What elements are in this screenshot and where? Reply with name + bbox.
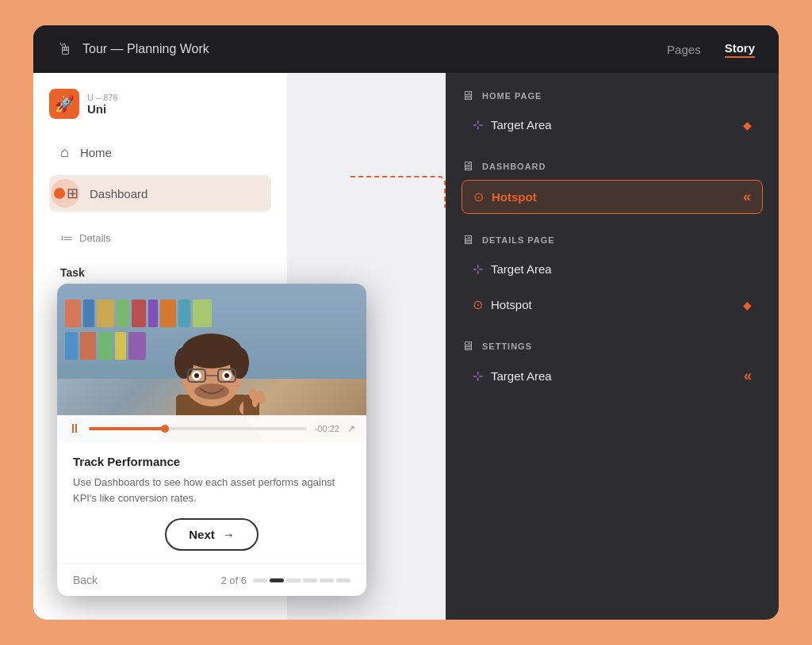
settings-page-label: SETTINGS (482, 342, 532, 351)
svg-point-5 (174, 347, 193, 379)
details-hotspot-row[interactable]: ⊙ Hotspot ◆ (462, 289, 763, 320)
nav-story[interactable]: Story (725, 41, 755, 58)
story-item-settings: 🖥 SETTINGS ⊹ Target Area « (462, 339, 763, 392)
pause-icon[interactable]: ⏸ (68, 422, 81, 436)
dot-3 (286, 578, 301, 582)
story-panel: 🖥 HOME PAGE ⊹ Target Area ◆ 🖥 DASHBOARD … (446, 73, 779, 620)
monitor-icon-settings: 🖥 (462, 339, 474, 353)
dashboard-page-label: DASHBOARD (482, 162, 546, 171)
nav-pages[interactable]: Pages (667, 43, 701, 56)
header-nav: Pages Story (667, 41, 755, 58)
target-icon-details: ⊹ (473, 261, 483, 277)
details-icon: ≔ (60, 231, 73, 246)
progress-text: 2 of 6 (220, 574, 247, 586)
story-details-header: 🖥 DETAILS PAGE (462, 233, 763, 247)
details-target-label: Target Area (491, 262, 552, 276)
details-section: ≔ Details (49, 224, 271, 252)
logo-name: Uni (87, 102, 118, 116)
details-diamond: ◆ (743, 299, 752, 311)
video-progress-track[interactable] (89, 427, 307, 430)
progress-indicator: 2 of 6 (220, 574, 350, 586)
main-container: 🖱 Tour — Planning Work Pages Story 🚀 U –… (33, 25, 779, 620)
svg-point-6 (230, 347, 249, 379)
monitor-icon-details: 🖥 (462, 233, 474, 247)
video-time: -00:22 (315, 424, 339, 433)
step-card-media: ⏸ -00:22 ↗ (57, 284, 366, 442)
video-progress-fill (89, 427, 165, 430)
settings-target-label: Target Area (491, 369, 552, 383)
sidebar-item-dashboard[interactable]: ⊞ Dashboard (49, 175, 271, 212)
dashed-line-home (350, 176, 446, 208)
header-left: 🖱 Tour — Planning Work (57, 40, 209, 59)
story-dashboard-header: 🖥 DASHBOARD (462, 159, 763, 174)
home-target-row[interactable]: ⊹ Target Area ◆ (462, 109, 763, 140)
dot-6 (336, 578, 350, 582)
home-target-label: Target Area (491, 118, 552, 132)
video-controls: ⏸ -00:22 ↗ (57, 415, 366, 442)
target-icon-settings: ⊹ (473, 368, 483, 384)
home-icon: ⌂ (60, 144, 69, 161)
details-target-row[interactable]: ⊹ Target Area (462, 254, 763, 284)
next-label: Next (189, 528, 215, 541)
header-title: Tour — Planning Work (82, 42, 209, 56)
expand-icon[interactable]: ↗ (347, 423, 355, 434)
dot-2 (270, 578, 284, 582)
step-actions: Next → (73, 518, 350, 551)
hotspot-icon-dashboard: ⊙ (473, 189, 484, 204)
story-item-details: 🖥 DETAILS PAGE ⊹ Target Area ⊙ Hotspot ◆ (462, 233, 763, 320)
svg-point-13 (224, 373, 229, 378)
logo-id: U – 876 (87, 93, 118, 102)
step-description: Use Dashboards to see how each asset per… (73, 475, 350, 506)
target-icon-home: ⊹ (473, 117, 483, 132)
hotspot-icon-details: ⊙ (473, 297, 483, 312)
step-title: Track Performance (73, 455, 350, 468)
story-item-home: 🖥 HOME PAGE ⊹ Target Area ◆ (462, 89, 763, 140)
active-dot (54, 188, 65, 199)
monitor-icon-home: 🖥 (462, 89, 474, 103)
story-home-header: 🖥 HOME PAGE (462, 89, 763, 103)
step-card-body: Track Performance Use Dashboards to see … (57, 442, 366, 563)
monitor-icon-dashboard: 🖥 (462, 159, 474, 174)
settings-target-row[interactable]: ⊹ Target Area « (462, 360, 763, 392)
home-diamond: ◆ (743, 119, 752, 132)
svg-point-12 (194, 373, 199, 378)
dashboard-arrow: « (743, 189, 751, 205)
story-item-dashboard: 🖥 DASHBOARD ⊙ Hotspot « (462, 159, 763, 214)
mouse-icon: 🖱 (57, 40, 73, 59)
dot-1 (253, 578, 267, 582)
next-button[interactable]: Next → (165, 518, 259, 551)
sidebar-logo: 🚀 U – 876 Uni (49, 89, 271, 119)
dot-4 (303, 578, 317, 582)
dashboard-hotspot-label: Hotspot (492, 190, 537, 204)
step-footer: Back 2 of 6 (57, 563, 366, 596)
step-card: ⏸ -00:22 ↗ Track Performance Use Dashboa… (57, 284, 366, 596)
header-bar: 🖱 Tour — Planning Work Pages Story (33, 25, 779, 73)
task-section-label: Task (49, 260, 271, 285)
back-button[interactable]: Back (73, 574, 98, 586)
dashboard-hotspot-row[interactable]: ⊙ Hotspot « (462, 180, 763, 214)
next-arrow: → (223, 528, 235, 541)
sidebar-home-label: Home (80, 146, 112, 159)
logo-box: 🚀 (49, 89, 79, 119)
settings-arrow: « (744, 368, 752, 384)
story-settings-header: 🖥 SETTINGS (462, 339, 763, 353)
details-label: Details (79, 232, 111, 244)
sidebar-item-home[interactable]: ⌂ Home (49, 135, 271, 170)
svg-point-14 (194, 384, 229, 399)
dot-5 (320, 578, 334, 582)
home-page-label: HOME PAGE (482, 91, 542, 101)
details-hotspot-label: Hotspot (491, 298, 532, 311)
sidebar-dashboard-label: Dashboard (90, 187, 147, 200)
details-page-label: DETAILS PAGE (482, 235, 555, 245)
video-progress-thumb (161, 425, 169, 433)
progress-dots (253, 578, 350, 582)
